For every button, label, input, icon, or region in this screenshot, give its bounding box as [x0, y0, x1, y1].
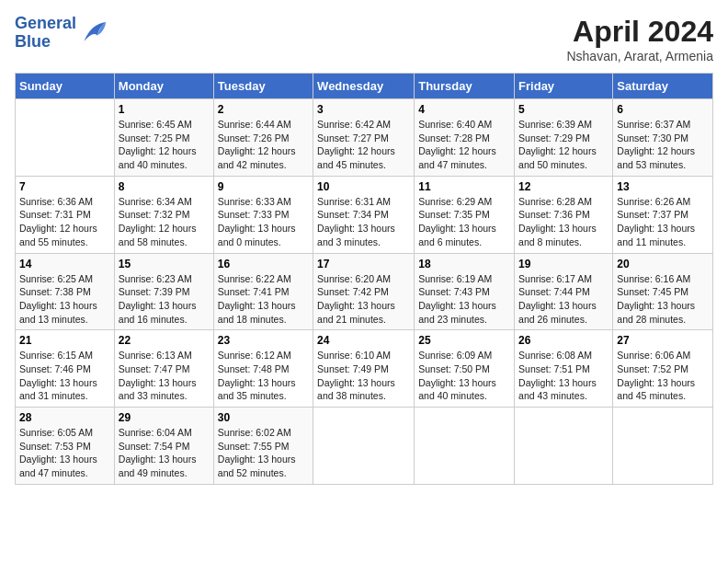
calendar-cell: 26Sunrise: 6:08 AM Sunset: 7:51 PM Dayli… [515, 330, 613, 408]
day-number: 28 [19, 411, 110, 424]
day-info: Sunrise: 6:37 AM Sunset: 7:30 PM Dayligh… [617, 118, 709, 172]
week-row-4: 21Sunrise: 6:15 AM Sunset: 7:46 PM Dayli… [16, 330, 713, 408]
calendar-cell: 30Sunrise: 6:02 AM Sunset: 7:55 PM Dayli… [213, 408, 313, 485]
calendar-cell: 13Sunrise: 6:26 AM Sunset: 7:37 PM Dayli… [613, 176, 713, 253]
header-cell-monday: Monday [114, 74, 213, 99]
header-cell-saturday: Saturday [613, 74, 713, 99]
day-number: 29 [119, 411, 210, 424]
day-number: 16 [218, 258, 309, 270]
day-number: 8 [119, 180, 210, 193]
title-block: April 2024 Nshavan, Ararat, Armenia [566, 15, 713, 63]
calendar-cell: 22Sunrise: 6:13 AM Sunset: 7:47 PM Dayli… [114, 330, 213, 408]
logo-bird-icon [78, 20, 108, 46]
day-number: 1 [119, 103, 210, 116]
week-row-1: 1Sunrise: 6:45 AM Sunset: 7:25 PM Daylig… [16, 99, 713, 177]
day-info: Sunrise: 6:09 AM Sunset: 7:50 PM Dayligh… [418, 349, 510, 403]
day-info: Sunrise: 6:34 AM Sunset: 7:32 PM Dayligh… [119, 195, 210, 249]
calendar-cell: 1Sunrise: 6:45 AM Sunset: 7:25 PM Daylig… [114, 99, 213, 177]
calendar-cell: 27Sunrise: 6:06 AM Sunset: 7:52 PM Dayli… [613, 330, 713, 408]
logo: General Blue [15, 15, 108, 52]
day-info: Sunrise: 6:44 AM Sunset: 7:26 PM Dayligh… [218, 118, 309, 172]
day-number: 11 [418, 180, 510, 193]
day-info: Sunrise: 6:17 AM Sunset: 7:44 PM Dayligh… [518, 272, 609, 327]
calendar-cell [515, 408, 613, 485]
day-number: 24 [317, 334, 410, 347]
month-title: April 2024 [566, 15, 713, 49]
calendar-cell [613, 408, 713, 485]
day-info: Sunrise: 6:20 AM Sunset: 7:42 PM Dayligh… [317, 272, 410, 327]
calendar-cell: 6Sunrise: 6:37 AM Sunset: 7:30 PM Daylig… [613, 99, 713, 177]
day-number: 14 [19, 258, 110, 270]
day-info: Sunrise: 6:42 AM Sunset: 7:27 PM Dayligh… [317, 118, 410, 172]
calendar-cell [313, 408, 415, 485]
calendar-cell: 21Sunrise: 6:15 AM Sunset: 7:46 PM Dayli… [16, 330, 115, 408]
calendar-cell: 14Sunrise: 6:25 AM Sunset: 7:38 PM Dayli… [16, 253, 115, 330]
day-number: 4 [418, 103, 510, 116]
day-info: Sunrise: 6:26 AM Sunset: 7:37 PM Dayligh… [617, 195, 709, 249]
day-number: 18 [418, 258, 510, 270]
day-number: 5 [518, 103, 609, 116]
calendar-cell [415, 408, 515, 485]
location-text: Nshavan, Ararat, Armenia [566, 49, 713, 63]
header-cell-thursday: Thursday [415, 74, 515, 99]
day-info: Sunrise: 6:19 AM Sunset: 7:43 PM Dayligh… [418, 272, 510, 327]
calendar-cell: 3Sunrise: 6:42 AM Sunset: 7:27 PM Daylig… [313, 99, 415, 177]
calendar-cell: 15Sunrise: 6:23 AM Sunset: 7:39 PM Dayli… [114, 253, 213, 330]
calendar-table: SundayMondayTuesdayWednesdayThursdayFrid… [15, 73, 713, 485]
day-info: Sunrise: 6:22 AM Sunset: 7:41 PM Dayligh… [218, 272, 309, 327]
day-info: Sunrise: 6:02 AM Sunset: 7:55 PM Dayligh… [218, 426, 309, 480]
header-cell-sunday: Sunday [16, 74, 115, 99]
page-header: General Blue April 2024 Nshavan, Ararat,… [15, 15, 713, 63]
calendar-cell: 18Sunrise: 6:19 AM Sunset: 7:43 PM Dayli… [415, 253, 515, 330]
day-info: Sunrise: 6:31 AM Sunset: 7:34 PM Dayligh… [317, 195, 410, 249]
calendar-header: SundayMondayTuesdayWednesdayThursdayFrid… [16, 74, 713, 99]
header-cell-tuesday: Tuesday [213, 74, 313, 99]
calendar-cell: 25Sunrise: 6:09 AM Sunset: 7:50 PM Dayli… [415, 330, 515, 408]
header-row: SundayMondayTuesdayWednesdayThursdayFrid… [16, 74, 713, 99]
day-number: 12 [518, 180, 609, 193]
day-info: Sunrise: 6:12 AM Sunset: 7:48 PM Dayligh… [218, 349, 309, 403]
calendar-cell: 2Sunrise: 6:44 AM Sunset: 7:26 PM Daylig… [213, 99, 313, 177]
calendar-cell [16, 99, 115, 177]
logo-text-line2: Blue [15, 33, 76, 52]
calendar-cell: 28Sunrise: 6:05 AM Sunset: 7:53 PM Dayli… [16, 408, 115, 485]
day-number: 26 [518, 334, 609, 347]
calendar-cell: 5Sunrise: 6:39 AM Sunset: 7:29 PM Daylig… [515, 99, 613, 177]
day-info: Sunrise: 6:45 AM Sunset: 7:25 PM Dayligh… [119, 118, 210, 172]
calendar-cell: 12Sunrise: 6:28 AM Sunset: 7:36 PM Dayli… [515, 176, 613, 253]
calendar-cell: 16Sunrise: 6:22 AM Sunset: 7:41 PM Dayli… [213, 253, 313, 330]
day-number: 21 [19, 334, 110, 347]
day-info: Sunrise: 6:28 AM Sunset: 7:36 PM Dayligh… [518, 195, 609, 249]
day-number: 19 [518, 258, 609, 270]
day-number: 30 [218, 411, 309, 424]
calendar-cell: 23Sunrise: 6:12 AM Sunset: 7:48 PM Dayli… [213, 330, 313, 408]
header-cell-friday: Friday [515, 74, 613, 99]
week-row-3: 14Sunrise: 6:25 AM Sunset: 7:38 PM Dayli… [16, 253, 713, 330]
day-number: 10 [317, 180, 410, 193]
logo-text-line1: General [15, 15, 76, 33]
calendar-cell: 7Sunrise: 6:36 AM Sunset: 7:31 PM Daylig… [16, 176, 115, 253]
calendar-cell: 8Sunrise: 6:34 AM Sunset: 7:32 PM Daylig… [114, 176, 213, 253]
day-number: 23 [218, 334, 309, 347]
day-info: Sunrise: 6:40 AM Sunset: 7:28 PM Dayligh… [418, 118, 510, 172]
day-number: 2 [218, 103, 309, 116]
week-row-2: 7Sunrise: 6:36 AM Sunset: 7:31 PM Daylig… [16, 176, 713, 253]
calendar-cell: 29Sunrise: 6:04 AM Sunset: 7:54 PM Dayli… [114, 408, 213, 485]
day-info: Sunrise: 6:39 AM Sunset: 7:29 PM Dayligh… [518, 118, 609, 172]
day-number: 6 [617, 103, 709, 116]
week-row-5: 28Sunrise: 6:05 AM Sunset: 7:53 PM Dayli… [16, 408, 713, 485]
day-info: Sunrise: 6:25 AM Sunset: 7:38 PM Dayligh… [19, 272, 110, 327]
calendar-cell: 4Sunrise: 6:40 AM Sunset: 7:28 PM Daylig… [415, 99, 515, 177]
day-info: Sunrise: 6:15 AM Sunset: 7:46 PM Dayligh… [19, 349, 110, 403]
day-number: 7 [19, 180, 110, 193]
day-number: 17 [317, 258, 410, 270]
calendar-body: 1Sunrise: 6:45 AM Sunset: 7:25 PM Daylig… [16, 99, 713, 485]
calendar-cell: 17Sunrise: 6:20 AM Sunset: 7:42 PM Dayli… [313, 253, 415, 330]
day-info: Sunrise: 6:08 AM Sunset: 7:51 PM Dayligh… [518, 349, 609, 403]
calendar-cell: 19Sunrise: 6:17 AM Sunset: 7:44 PM Dayli… [515, 253, 613, 330]
day-number: 13 [617, 180, 709, 193]
calendar-cell: 9Sunrise: 6:33 AM Sunset: 7:33 PM Daylig… [213, 176, 313, 253]
day-info: Sunrise: 6:36 AM Sunset: 7:31 PM Dayligh… [19, 195, 110, 249]
header-cell-wednesday: Wednesday [313, 74, 415, 99]
day-number: 9 [218, 180, 309, 193]
